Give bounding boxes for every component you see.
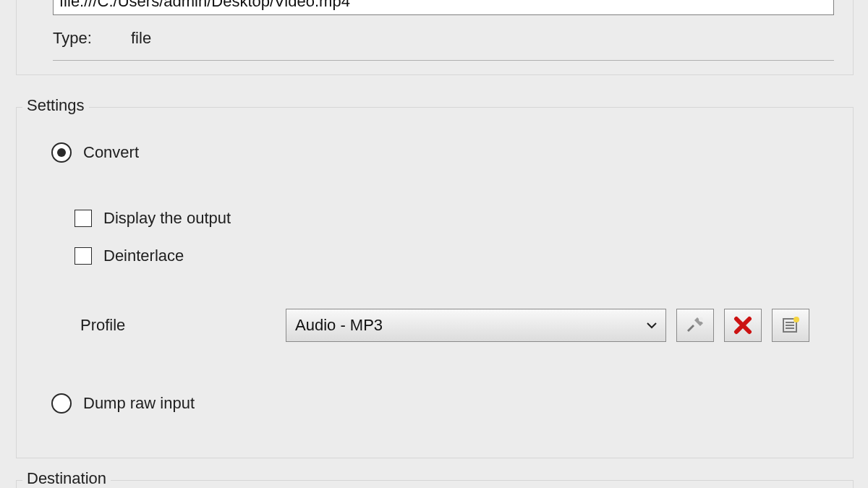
new-profile-icon (780, 315, 801, 335)
svg-point-5 (793, 317, 799, 322)
source-groupbox: Type: file (16, 0, 854, 75)
x-icon (733, 316, 752, 335)
settings-groupbox: Settings Convert Display the output Dein… (16, 107, 854, 458)
radio-dump-label: Dump raw input (83, 394, 195, 413)
profile-combobox[interactable]: Audio - MP3 (286, 309, 666, 342)
new-profile-button[interactable] (772, 309, 809, 342)
svg-point-0 (699, 317, 703, 322)
checkbox-display-output[interactable]: Display the output (75, 209, 231, 228)
destination-title: Destination (22, 469, 111, 488)
source-input[interactable] (53, 0, 834, 15)
chevron-down-icon (647, 322, 657, 329)
radio-convert[interactable]: Convert (51, 142, 139, 163)
radio-convert-label: Convert (83, 143, 139, 162)
edit-profile-button[interactable] (676, 309, 714, 342)
delete-profile-button[interactable] (724, 309, 762, 342)
profile-selected-value: Audio - MP3 (295, 316, 383, 335)
radio-dump-raw-input[interactable]: Dump raw input (51, 393, 195, 414)
destination-groupbox: Destination (16, 480, 854, 488)
radio-dot-icon (51, 393, 72, 414)
checkbox-icon (75, 210, 92, 227)
checkbox-display-output-label: Display the output (103, 209, 231, 228)
profile-row: Profile Audio - MP3 (80, 307, 833, 344)
checkbox-icon (75, 247, 92, 265)
type-label: Type: (53, 29, 114, 48)
wrench-screwdriver-icon (685, 315, 705, 335)
checkbox-deinterlace-label: Deinterlace (103, 247, 184, 265)
type-value: file (131, 29, 151, 48)
settings-title: Settings (22, 96, 89, 115)
divider (53, 60, 834, 61)
radio-dot-icon (51, 142, 72, 163)
profile-label: Profile (80, 316, 276, 335)
checkbox-deinterlace[interactable]: Deinterlace (75, 247, 184, 265)
